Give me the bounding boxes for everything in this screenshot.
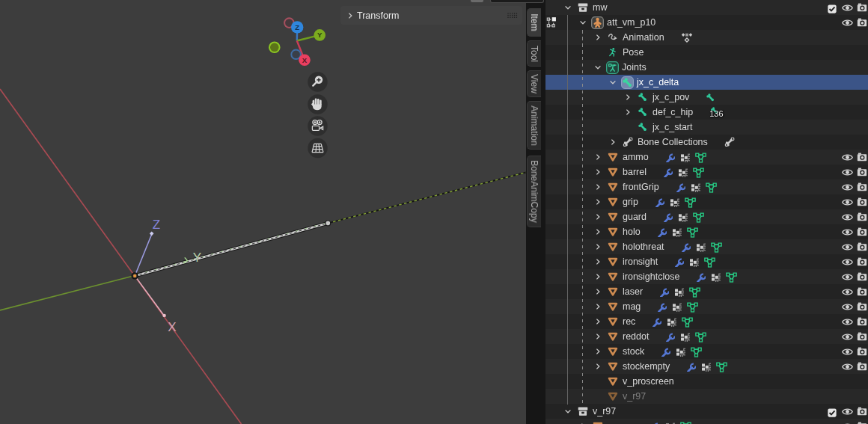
svg-text:Y: Y [317, 31, 323, 39]
svg-text:X: X [168, 320, 176, 334]
svg-text:Z: Z [153, 218, 160, 232]
svg-text:Z: Z [295, 23, 299, 31]
svg-text:Y: Y [193, 251, 201, 265]
svg-text:X: X [302, 56, 308, 64]
